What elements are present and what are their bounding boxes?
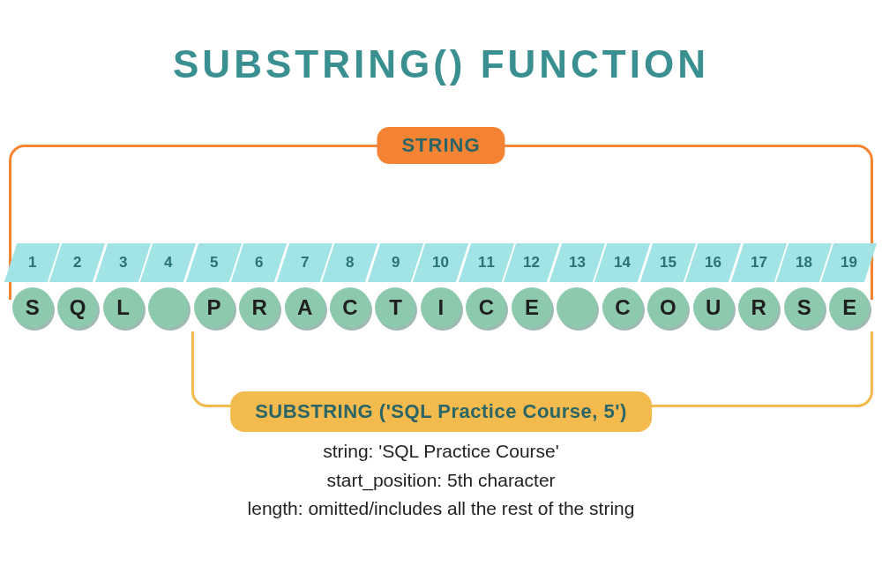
char-cell: U bbox=[691, 286, 735, 330]
char-cell bbox=[146, 286, 190, 330]
page-title: SUBSTRING() FUNCTION bbox=[0, 42, 882, 86]
char-cell: P bbox=[192, 286, 235, 330]
char-cell: R bbox=[737, 286, 781, 330]
string-label-text: STRING bbox=[401, 134, 480, 156]
char-cell: Q bbox=[56, 286, 99, 330]
char-cell: C bbox=[465, 286, 508, 330]
char-cell: E bbox=[510, 286, 553, 330]
char-cell: T bbox=[374, 286, 417, 330]
char-cell: E bbox=[827, 286, 871, 330]
char-cell: A bbox=[283, 286, 326, 330]
char-cell: S bbox=[782, 286, 826, 330]
substring-diagram: STRING 1 2 3 4 5 6 7 8 9 10 11 12 13 14 … bbox=[9, 113, 873, 430]
string-label: STRING bbox=[377, 127, 505, 164]
char-cell bbox=[556, 286, 599, 330]
char-cell: L bbox=[101, 286, 145, 330]
char-cell: S bbox=[11, 286, 54, 330]
char-cell: O bbox=[647, 286, 690, 330]
char-cell: R bbox=[237, 286, 280, 330]
note-start-position: start_position: 5th character bbox=[0, 466, 882, 495]
char-cell: I bbox=[419, 286, 462, 330]
char-cell: C bbox=[328, 286, 371, 330]
index-row: 1 2 3 4 5 6 7 8 9 10 11 12 13 14 15 16 1… bbox=[9, 243, 873, 282]
char-row: S Q L P R A C T I C E C O U R S E bbox=[9, 286, 873, 330]
substring-label: SUBSTRING ('SQL Practice Course, 5') bbox=[230, 391, 652, 432]
note-length: length: omitted/includes all the rest of… bbox=[0, 495, 882, 524]
note-string: string: 'SQL Practice Course' bbox=[0, 437, 882, 466]
char-cell: C bbox=[601, 286, 644, 330]
notes: string: 'SQL Practice Course' start_posi… bbox=[0, 437, 882, 524]
